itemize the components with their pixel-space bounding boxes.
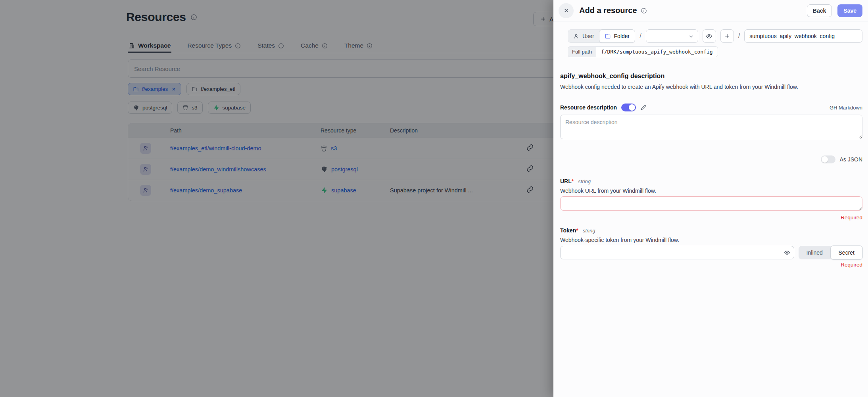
resource-description-label: Resource description	[560, 104, 617, 111]
add-resource-drawer: Add a resource Back Save User	[553, 0, 868, 397]
eye-icon[interactable]	[784, 249, 790, 256]
path-section: User Folder /	[568, 29, 862, 57]
drawer-header: Add a resource Back Save	[553, 0, 868, 21]
token-storage-toggle: Inlined Secret	[799, 246, 862, 259]
required-asterisk: *	[572, 178, 574, 184]
folder-select[interactable]	[646, 29, 698, 43]
token-field-label: Token*	[560, 227, 578, 234]
as-json-toggle[interactable]	[821, 155, 835, 163]
url-field-type: string	[578, 178, 591, 184]
full-path-row: Full path f/DRK/sumptuous_apify_webhook_…	[568, 46, 718, 57]
path-separator: /	[738, 33, 740, 40]
resource-description-toggle[interactable]	[621, 104, 636, 111]
view-folder-button[interactable]	[703, 29, 716, 43]
token-input[interactable]	[560, 246, 794, 259]
token-field-type: string	[583, 228, 595, 234]
user-icon	[573, 33, 579, 39]
owner-user-option[interactable]: User	[568, 30, 599, 42]
chevron-down-icon	[688, 33, 694, 41]
full-path-label: Full path	[568, 46, 596, 57]
secret-option[interactable]: Secret	[830, 245, 863, 260]
resource-type-heading: apify_webhook_config description	[560, 73, 862, 80]
path-separator: /	[639, 33, 641, 40]
back-button[interactable]: Back	[807, 4, 832, 17]
full-path-value: f/DRK/sumptuous_apify_webhook_config	[596, 46, 718, 57]
as-json-label: As JSON	[839, 156, 862, 163]
url-field-group: URL* string Webhook URL from your Windmi…	[560, 178, 862, 221]
owner-kind-toggle: User Folder	[568, 29, 635, 43]
pencil-icon[interactable]	[640, 104, 647, 111]
url-required-message: Required	[560, 215, 862, 221]
token-field-group: Token* string Webhook-specific token fro…	[560, 227, 862, 268]
required-asterisk: *	[576, 227, 578, 234]
owner-folder-option[interactable]: Folder	[599, 29, 636, 43]
folder-icon	[605, 33, 611, 39]
close-button[interactable]	[559, 3, 574, 18]
url-field-label: URL*	[560, 178, 574, 184]
inlined-option[interactable]: Inlined	[799, 246, 831, 259]
new-folder-button[interactable]	[720, 29, 734, 43]
drawer-title: Add a resource	[579, 6, 637, 15]
url-field-help: Webhook URL from your Windmill flow.	[560, 188, 862, 194]
resource-type-description: Webhook config needed to create an Apify…	[560, 84, 862, 90]
token-required-message: Required	[560, 262, 862, 268]
eye-icon	[706, 33, 712, 40]
save-button[interactable]: Save	[837, 4, 862, 17]
markdown-hint: GH Markdown	[830, 105, 862, 111]
resource-description-textarea[interactable]	[560, 115, 862, 139]
info-icon	[641, 8, 647, 14]
plus-icon	[724, 33, 730, 39]
resource-name-input[interactable]	[744, 29, 862, 43]
token-field-help: Webhook-specific token from your Windmil…	[560, 237, 862, 243]
url-input[interactable]	[560, 196, 862, 211]
